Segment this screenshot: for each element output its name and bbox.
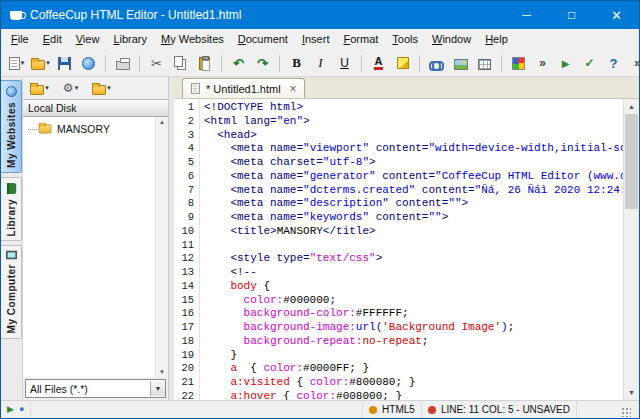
code-line: <title>MANSORY</title> (204, 225, 623, 239)
right-overflow-chevron[interactable]: » (626, 52, 640, 75)
insert-image-button[interactable] (449, 52, 472, 75)
sidebar-tab-label: Library (6, 199, 17, 236)
resize-grip[interactable] (621, 407, 631, 417)
sidebar-tab-my-computer[interactable]: My Computer (1, 245, 22, 338)
dropdown-arrow-icon: ▾ (75, 84, 79, 92)
tree-scrollbar[interactable]: ▲ ▼ (155, 117, 168, 377)
font-color-button[interactable]: A (367, 52, 390, 75)
code-line: background-color:#FFFFFF; (204, 307, 623, 321)
minimize-button[interactable]: ─ (504, 1, 549, 29)
printer-icon (116, 61, 130, 70)
line-number: 18 (174, 335, 199, 349)
redo-button[interactable]: ↷ (251, 52, 274, 75)
menu-tools[interactable]: Tools (385, 29, 425, 50)
menu-format[interactable]: Format (336, 29, 385, 50)
copy-button[interactable] (169, 52, 192, 75)
tree-item-mansory[interactable]: MANSORY (23, 121, 155, 137)
location-bar[interactable]: Local Disk (23, 99, 168, 117)
menu-help[interactable]: Help (478, 29, 515, 50)
folder-icon (30, 85, 44, 95)
check-icon: ✓ (584, 56, 594, 70)
editor-tab[interactable]: * Untitled1.html × (182, 78, 305, 98)
cut-button[interactable]: ✂ (145, 52, 168, 75)
maximize-button[interactable]: □ (549, 1, 594, 29)
new-document-button[interactable]: ▾ (5, 52, 28, 75)
sidebar-tabs: My WebsitesLibraryMy Computer (1, 77, 23, 400)
code-line: body { (204, 280, 623, 294)
link-icon (429, 61, 444, 69)
code-line: <meta name="description" content=""> (204, 197, 623, 211)
chevron-icon: » (634, 56, 640, 70)
code-line: <meta name="viewport" content="width=dev… (204, 142, 623, 156)
toolbar-separator (419, 55, 420, 72)
italic-button[interactable]: I (309, 52, 332, 75)
sidebar-tab-library[interactable]: Library (1, 177, 22, 241)
menu-library[interactable]: Library (106, 29, 154, 50)
menu-edit[interactable]: Edit (36, 29, 69, 50)
code-line: <!DOCTYPE html> (204, 101, 623, 115)
file-tree: MANSORY ▲ ▼ (23, 117, 168, 377)
code-lines[interactable]: <!DOCTYPE html><html lang="en"> <head> <… (200, 99, 623, 400)
vertical-scrollbar[interactable]: ▲ ▼ (623, 99, 639, 400)
scroll-up-icon[interactable]: ▲ (624, 99, 639, 114)
menu-view[interactable]: View (69, 29, 107, 50)
undo-button[interactable]: ↶ (227, 52, 250, 75)
bold-button[interactable]: B (285, 52, 308, 75)
line-number: 10 (174, 225, 199, 239)
code-line: <html lang="en"> (204, 115, 623, 129)
line-number: 13 (174, 266, 199, 280)
file-tree-list[interactable]: MANSORY (23, 117, 155, 377)
doctype-segment: HTML5 (363, 401, 422, 418)
toolbar-separator (279, 55, 280, 72)
highlight-button[interactable] (391, 52, 414, 75)
play-icon: ▶ (562, 58, 570, 69)
scroll-down-icon[interactable]: ▼ (159, 369, 165, 375)
color-palette-button[interactable] (507, 52, 530, 75)
filter-dropdown-icon[interactable]: ▾ (150, 381, 165, 396)
line-number: 21 (174, 376, 199, 390)
editor-tab-bar: * Untitled1.html × (174, 77, 639, 99)
save-button[interactable] (53, 52, 76, 75)
close-button[interactable]: ✕ (594, 1, 639, 29)
preview-button[interactable]: ▶ (554, 52, 577, 75)
folder-icon (31, 60, 45, 70)
insert-link-button[interactable] (425, 52, 448, 75)
editor-tab-label: * Untitled1.html (206, 83, 281, 95)
code-line: <meta name="generator" content="CoffeeCu… (204, 170, 623, 184)
help-button[interactable]: ? (602, 52, 625, 75)
sidebar-tab-my-websites[interactable]: My Websites (1, 80, 22, 173)
toolbar-overflow-chevron[interactable]: » (531, 52, 554, 75)
validate-button[interactable]: ✓ (578, 52, 601, 75)
menu-my-websites[interactable]: My Websites (154, 29, 231, 50)
menu-insert[interactable]: Insert (295, 29, 337, 50)
menu-document[interactable]: Document (231, 29, 295, 50)
file-filter-value: All Files (*.*) (30, 383, 88, 395)
paste-button[interactable] (193, 52, 216, 75)
toolbar: ▾▾✂↶↷BIUA» ▶✓?» (1, 50, 639, 77)
print-button[interactable] (111, 52, 134, 75)
publish-button[interactable] (77, 52, 100, 75)
file-filter-select[interactable]: All Files (*.*) ▾ (25, 379, 166, 398)
status-end-segment (577, 401, 639, 418)
underline-button[interactable]: U (333, 52, 356, 75)
file-panel: ▾⚙▾▾ Local Disk MANSORY ▲ ▼ All Files (*… (23, 77, 169, 400)
scroll-down-icon[interactable]: ▼ (624, 385, 639, 400)
folder-options-button[interactable]: ⚙▾ (59, 77, 82, 100)
scrollbar-thumb[interactable] (625, 114, 638, 209)
line-number: 19 (174, 349, 199, 363)
caret-segment: LINE: 11 COL: 5 - UNSAVED (422, 401, 577, 418)
line-number: 8 (174, 197, 199, 211)
code-line: a { color:#0000FF; } (204, 362, 623, 376)
open-button[interactable]: ▾ (29, 52, 52, 75)
folder-icon (39, 125, 52, 134)
menu-window[interactable]: Window (425, 29, 478, 50)
new-folder-button[interactable]: ▾ (28, 77, 51, 100)
menu-file[interactable]: File (4, 29, 36, 50)
view-options-button[interactable]: ▾ (90, 77, 113, 100)
folder-icon (92, 85, 106, 95)
scroll-up-icon[interactable]: ▲ (159, 119, 165, 125)
document-icon (191, 83, 200, 93)
scrollbar-track[interactable] (624, 114, 639, 385)
tab-close-icon[interactable]: × (290, 82, 297, 96)
insert-table-button[interactable] (473, 52, 496, 75)
